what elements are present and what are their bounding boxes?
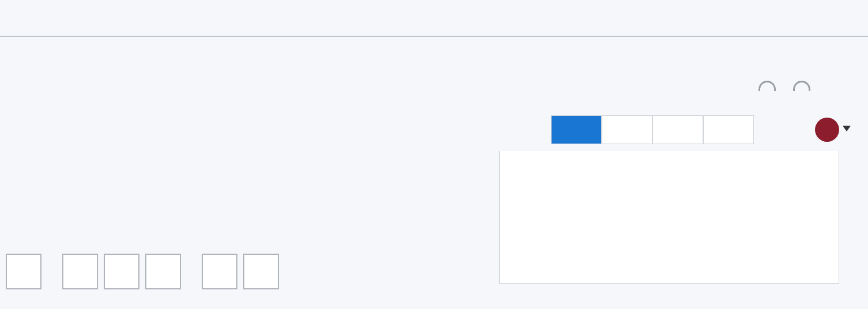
sketch-canvas[interactable] [499, 151, 839, 284]
eraser-tool-button[interactable] [754, 115, 805, 144]
drop-slot[interactable] [145, 254, 181, 289]
color-picker-button[interactable] [815, 118, 839, 142]
drop-slot[interactable] [243, 254, 279, 289]
pen-tool-button[interactable] [551, 115, 602, 144]
edit-controls [758, 81, 828, 91]
drop-slot[interactable] [104, 254, 139, 289]
sketch-toolbar [551, 115, 839, 144]
drop-slot[interactable] [202, 254, 237, 289]
drop-slot[interactable] [62, 254, 98, 289]
text-tool-button[interactable] [652, 115, 703, 144]
drop-slot[interactable] [6, 254, 41, 289]
undo-icon[interactable] [758, 81, 776, 91]
math-tool-button[interactable] [703, 115, 754, 144]
chevron-down-icon[interactable] [843, 126, 851, 131]
header-bar [0, 0, 868, 37]
redo-icon[interactable] [793, 81, 810, 91]
equation-row [6, 254, 279, 289]
line-tool-button[interactable] [602, 115, 652, 144]
